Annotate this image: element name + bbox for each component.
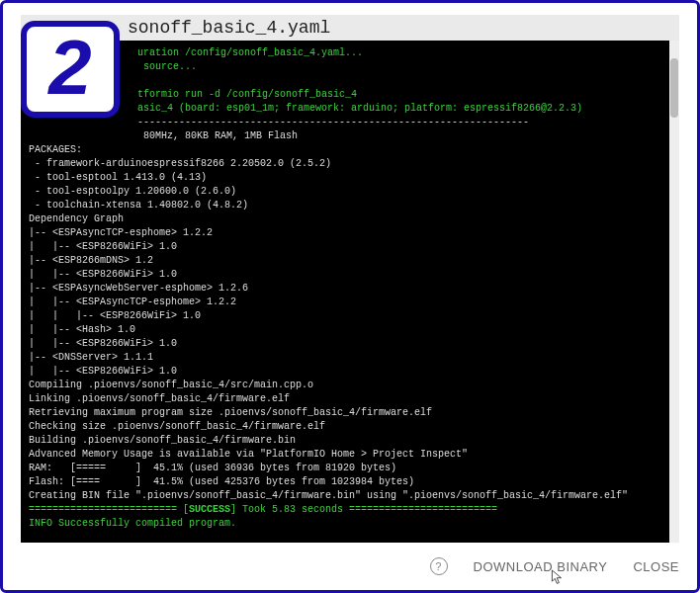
terminal-line: Compiling .pioenvs/sonoff_basic_4/src/ma… [29,379,661,392]
terminal-success-line: ========================= [SUCCESS] Took… [29,503,661,517]
terminal-line: PACKAGES: [29,143,661,157]
terminal-line: |-- <ESPAsyncTCP-esphome> 1.2.2 [29,226,661,240]
terminal-line: | |-- <Hash> 1.0 [29,323,661,337]
terminal-line: | |-- <ESP8266WiFi> 1.0 [29,240,661,254]
dialog-footer: ? DOWNLOAD BINARY CLOSE [21,551,679,582]
terminal-line: |-- <ESP8266mDNS> 1.2 [29,254,661,268]
terminal-line: ----------------------------------------… [29,116,661,129]
terminal-line: | | |-- <ESP8266WiFi> 1.0 [29,309,661,323]
terminal-line: Building .pioenvs/sonoff_basic_4/firmwar… [29,434,661,448]
terminal-line: 80MHz, 80KB RAM, 1MB Flash [29,129,661,143]
terminal-line: tformio run -d /config/sonoff_basic_4 [29,88,661,102]
terminal-line: | |-- <ESP8266WiFi> 1.0 [29,337,661,351]
step-badge: 2 [21,21,120,118]
terminal-output: uration /config/sonoff_basic_4.yaml... s… [21,41,669,543]
terminal-line: | |-- <ESP8266WiFi> 1.0 [29,268,661,282]
terminal-line: Checking size .pioenvs/sonoff_basic_4/fi… [29,420,661,434]
help-icon[interactable]: ? [430,557,448,575]
terminal-scrollbar[interactable] [669,41,679,543]
terminal-info-line: INFO Successfully compiled program. [29,517,661,531]
terminal-line: Flash: [==== ] 41.5% (used 425376 bytes … [29,475,661,489]
download-binary-button[interactable]: DOWNLOAD BINARY [474,559,608,574]
terminal-line: - tool-esptool 1.413.0 (4.13) [29,171,661,185]
terminal-line: |-- <DNSServer> 1.1.1 [29,351,661,365]
terminal-line: uration /config/sonoff_basic_4.yaml... [29,46,661,60]
terminal-container: uration /config/sonoff_basic_4.yaml... s… [21,41,679,543]
window-frame: 2 sonoff_basic_4.yaml uration /config/so… [0,0,700,593]
scrollbar-thumb[interactable] [670,58,678,118]
terminal-line: RAM: [===== ] 45.1% (used 36936 bytes fr… [29,462,661,475]
compile-title: sonoff_basic_4.yaml [128,18,330,38]
terminal-line: - tool-esptoolpy 1.20600.0 (2.6.0) [29,185,661,199]
terminal-line: Linking .pioenvs/sonoff_basic_4/firmware… [29,392,661,406]
terminal-line: Creating BIN file ".pioenvs/sonoff_basic… [29,489,661,503]
terminal-line: | |-- <ESPAsyncTCP-esphome> 1.2.2 [29,296,661,309]
close-button[interactable]: CLOSE [633,559,679,574]
terminal-line: Retrieving maximum program size .pioenvs… [29,406,661,420]
terminal-line: source... [29,60,661,74]
terminal-line: |-- <ESPAsyncWebServer-esphome> 1.2.6 [29,282,661,296]
terminal-line [29,74,661,88]
terminal-line: | |-- <ESP8266WiFi> 1.0 [29,365,661,379]
terminal-line: Advanced Memory Usage is available via "… [29,448,661,462]
step-number: 2 [48,29,91,106]
terminal-line: - toolchain-xtensa 1.40802.0 (4.8.2) [29,199,661,212]
terminal-line: Dependency Graph [29,212,661,226]
terminal-line: - framework-arduinoespressif8266 2.20502… [29,157,661,171]
terminal-line: asic_4 (board: esp01_1m; framework: ardu… [29,102,661,116]
